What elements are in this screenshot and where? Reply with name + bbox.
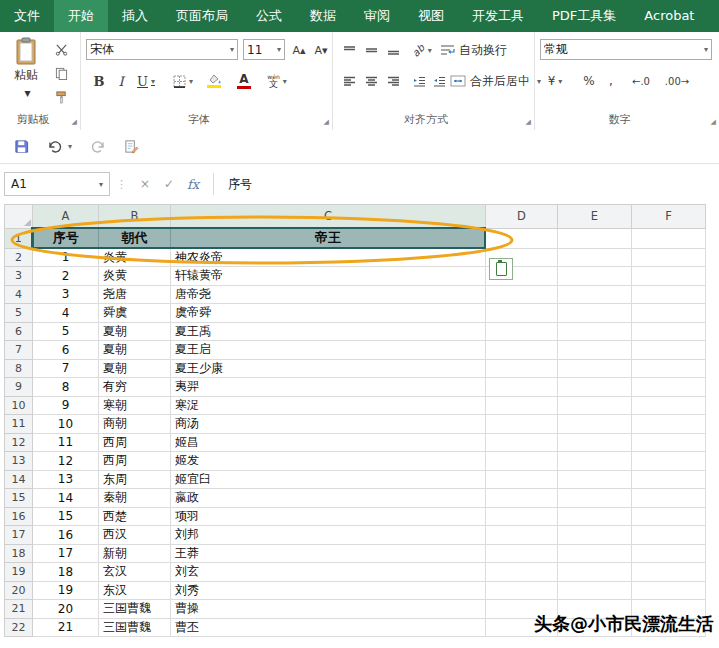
cell[interactable] [558, 452, 632, 471]
row-header-17[interactable]: 17 [5, 526, 33, 545]
align-center-button[interactable] [360, 70, 382, 92]
undo-button[interactable]: ▾ [41, 138, 78, 156]
decrease-decimal-button[interactable]: .00→ [660, 70, 694, 92]
cell[interactable]: 刘玄 [171, 563, 486, 582]
cell[interactable] [632, 415, 706, 434]
cell[interactable]: 8 [33, 378, 99, 397]
cell[interactable] [558, 248, 632, 267]
clipboard-dialog-launcher[interactable]: ◢ [72, 119, 77, 126]
formula-bar-grip[interactable]: ⋮ [116, 178, 127, 191]
header-cell[interactable]: 朝代 [99, 228, 171, 248]
column-header-F[interactable]: F [632, 205, 706, 229]
underline-button[interactable]: U ▾ [132, 70, 160, 92]
tab-公式[interactable]: 公式 [242, 0, 296, 32]
cell[interactable]: 10 [33, 415, 99, 434]
cell[interactable] [558, 470, 632, 489]
cell[interactable]: 夏王禹 [171, 322, 486, 341]
cell[interactable]: 西汉 [99, 526, 171, 545]
column-header-E[interactable]: E [558, 205, 632, 229]
cell[interactable]: 17 [33, 544, 99, 563]
cell[interactable]: 寒朝 [99, 396, 171, 415]
redo-button[interactable] [84, 138, 112, 156]
wrap-text-button[interactable]: 自动换行 [440, 39, 507, 61]
align-top-button[interactable] [338, 39, 360, 61]
cell[interactable] [632, 322, 706, 341]
cell[interactable] [558, 378, 632, 397]
cell[interactable]: 12 [33, 452, 99, 471]
column-header-C[interactable]: C [171, 205, 486, 229]
align-left-button[interactable] [338, 70, 360, 92]
cell[interactable]: 姬宜臼 [171, 470, 486, 489]
cell[interactable] [486, 359, 558, 378]
cell[interactable]: 西周 [99, 433, 171, 452]
row-header-9[interactable]: 9 [5, 378, 33, 397]
row-header-14[interactable]: 14 [5, 470, 33, 489]
cell[interactable] [486, 489, 558, 508]
cell[interactable]: 曹丕 [171, 618, 486, 637]
cell[interactable]: 6 [33, 341, 99, 360]
decrease-indent-button[interactable] [408, 70, 430, 92]
cell[interactable]: 唐帝尧 [171, 285, 486, 304]
cell[interactable]: 姬昌 [171, 433, 486, 452]
cell[interactable]: 16 [33, 526, 99, 545]
cell[interactable]: 商汤 [171, 415, 486, 434]
grow-font-button[interactable]: A▴ [288, 39, 310, 61]
cell[interactable]: 20 [33, 600, 99, 619]
align-bottom-button[interactable] [382, 39, 404, 61]
increase-indent-button[interactable] [428, 70, 450, 92]
cell[interactable] [486, 507, 558, 526]
row-header-7[interactable]: 7 [5, 341, 33, 360]
cell[interactable]: 神农炎帝 [171, 248, 486, 267]
cell[interactable]: 11 [33, 433, 99, 452]
cell[interactable]: 9 [33, 396, 99, 415]
cell[interactable]: 秦朝 [99, 489, 171, 508]
number-dialog-launcher[interactable]: ◢ [711, 119, 716, 126]
enter-button[interactable]: ✓ [157, 177, 181, 191]
accounting-format-button[interactable]: ¥ ▾ [540, 70, 570, 92]
phonetic-guide-button[interactable]: wén 文 ▾ [262, 70, 292, 92]
cancel-button[interactable]: × [133, 177, 157, 191]
cell[interactable] [632, 489, 706, 508]
tab-视图[interactable]: 视图 [404, 0, 458, 32]
cell[interactable]: 15 [33, 507, 99, 526]
cell[interactable]: 西楚 [99, 507, 171, 526]
cell[interactable] [486, 470, 558, 489]
cell[interactable] [558, 507, 632, 526]
cell[interactable]: 尧唐 [99, 285, 171, 304]
cell[interactable] [632, 470, 706, 489]
cell[interactable]: 1 [33, 248, 99, 267]
font-name-select[interactable]: 宋体 ▾ [86, 39, 238, 60]
cell[interactable]: 炎黄 [99, 248, 171, 267]
tab-PDF工具集[interactable]: PDF工具集 [538, 0, 630, 32]
cell[interactable]: 夏王少康 [171, 359, 486, 378]
cell[interactable] [486, 322, 558, 341]
cell[interactable] [632, 359, 706, 378]
cell[interactable]: 王莽 [171, 544, 486, 563]
italic-button[interactable]: I [110, 70, 132, 92]
cell[interactable]: 嬴政 [171, 489, 486, 508]
shrink-font-button[interactable]: A▾ [310, 39, 332, 61]
row-header-11[interactable]: 11 [5, 415, 33, 434]
cell[interactable]: 夏朝 [99, 341, 171, 360]
cell[interactable]: 商朝 [99, 415, 171, 434]
cell[interactable]: 东周 [99, 470, 171, 489]
alignment-dialog-launcher[interactable]: ◢ [526, 119, 531, 126]
tab-开发工具[interactable]: 开发工具 [458, 0, 538, 32]
orientation-button[interactable]: ab ▾ [408, 39, 436, 61]
cell[interactable]: 刘邦 [171, 526, 486, 545]
cell[interactable] [486, 341, 558, 360]
cell[interactable] [632, 285, 706, 304]
row-header-15[interactable]: 15 [5, 489, 33, 508]
cell[interactable] [486, 563, 558, 582]
name-box[interactable]: A1 ▾ [4, 172, 110, 196]
align-right-button[interactable] [382, 70, 404, 92]
tab-审阅[interactable]: 审阅 [350, 0, 404, 32]
row-header-10[interactable]: 10 [5, 396, 33, 415]
row-header-12[interactable]: 12 [5, 433, 33, 452]
column-header-B[interactable]: B [99, 205, 171, 229]
formula-input[interactable]: 序号 [222, 176, 719, 193]
cell[interactable] [486, 285, 558, 304]
cell[interactable] [558, 341, 632, 360]
row-header-21[interactable]: 21 [5, 600, 33, 619]
cell[interactable]: 西周 [99, 452, 171, 471]
